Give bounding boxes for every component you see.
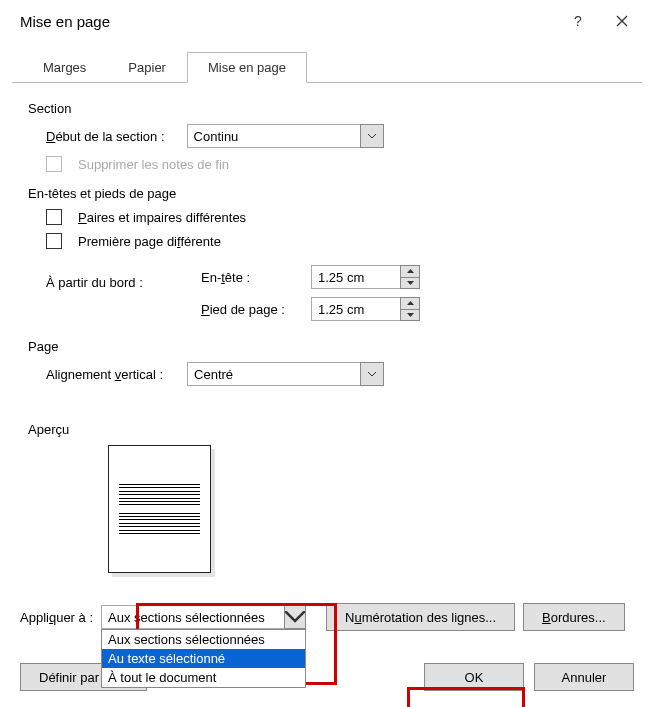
close-icon <box>616 15 628 27</box>
spinner-up-button[interactable] <box>401 266 419 278</box>
spinner-up-button[interactable] <box>401 298 419 310</box>
diff-first-label: Première page différente <box>78 234 221 249</box>
footer-distance-spinner[interactable] <box>311 297 420 321</box>
svg-marker-2 <box>407 269 414 273</box>
diff-odd-even-checkbox[interactable] <box>46 209 62 225</box>
section-start-label: Début de la section : <box>46 129 165 144</box>
chevron-up-icon <box>407 301 414 305</box>
apply-option-0[interactable]: Aux sections sélectionnées <box>102 630 305 649</box>
close-button[interactable] <box>600 6 644 36</box>
footer-distance-label: Pied de page : <box>201 302 301 317</box>
header-distance-value[interactable] <box>311 265 400 289</box>
tab-papier[interactable]: Papier <box>107 52 187 83</box>
group-headers: En-têtes et pieds de page <box>28 186 626 201</box>
ok-button[interactable]: OK <box>424 663 524 691</box>
valign-label: Alignement vertical : <box>46 367 163 382</box>
preview-thumbnail <box>108 445 211 573</box>
valign-value[interactable] <box>187 362 360 386</box>
window-title: Mise en page <box>10 13 110 30</box>
section-start-dropdown-button[interactable] <box>360 124 384 148</box>
chevron-up-icon <box>407 269 414 273</box>
section-start-combo[interactable] <box>187 124 384 148</box>
footer-distance-value[interactable] <box>311 297 400 321</box>
cancel-button[interactable]: Annuler <box>534 663 634 691</box>
tab-strip: Marges Papier Mise en page <box>22 52 644 83</box>
group-page: Page <box>28 339 626 354</box>
header-distance-spinner[interactable] <box>311 265 420 289</box>
apply-to-dropdown-list[interactable]: Aux sections sélectionnées Au texte séle… <box>101 629 306 688</box>
title-bar: Mise en page ? <box>0 0 654 42</box>
apply-option-2[interactable]: À tout le document <box>102 668 305 687</box>
chevron-down-icon <box>368 372 376 377</box>
line-numbers-button[interactable]: Numérotation des lignes... <box>326 603 515 631</box>
header-distance-label: En-tête : <box>201 270 301 285</box>
apply-option-1[interactable]: Au texte sélectionné <box>102 649 305 668</box>
diff-odd-even-label: Paires et impaires différentes <box>78 210 246 225</box>
valign-combo[interactable] <box>187 362 384 386</box>
borders-button[interactable]: Bordures... <box>523 603 625 631</box>
spinner-down-button[interactable] <box>401 278 419 289</box>
chevron-down-icon <box>285 611 305 624</box>
suppress-endnotes-label: Supprimer les notes de fin <box>78 157 229 172</box>
dialog-footer: Appliquer à : Aux sections sélectionnées… <box>0 603 654 707</box>
preview-label: Aperçu <box>28 422 626 437</box>
apply-to-combo[interactable]: Aux sections sélectionnées Au texte séle… <box>101 605 306 629</box>
apply-to-label: Appliquer à : <box>20 610 93 625</box>
group-section: Section <box>28 101 626 116</box>
line-numbers-label: Numérotation des lignes... <box>345 610 496 625</box>
valign-dropdown-button[interactable] <box>360 362 384 386</box>
tab-content: Section Début de la section : Supprimer … <box>0 83 654 573</box>
tab-mise-en-page[interactable]: Mise en page <box>187 52 307 83</box>
spinner-down-button[interactable] <box>401 310 419 321</box>
suppress-endnotes-checkbox <box>46 156 62 172</box>
svg-marker-5 <box>407 313 414 317</box>
chevron-down-icon <box>368 134 376 139</box>
tab-marges[interactable]: Marges <box>22 52 107 83</box>
help-button[interactable]: ? <box>556 6 600 36</box>
svg-marker-3 <box>407 281 414 285</box>
apply-to-value[interactable] <box>101 605 284 629</box>
chevron-down-icon <box>407 281 414 285</box>
section-start-value[interactable] <box>187 124 360 148</box>
chevron-down-icon <box>407 313 414 317</box>
borders-label: Bordures... <box>542 610 606 625</box>
apply-to-dropdown-button[interactable] <box>284 605 306 629</box>
diff-first-checkbox[interactable] <box>46 233 62 249</box>
svg-marker-4 <box>407 301 414 305</box>
from-edge-label: À partir du bord : <box>46 275 143 290</box>
